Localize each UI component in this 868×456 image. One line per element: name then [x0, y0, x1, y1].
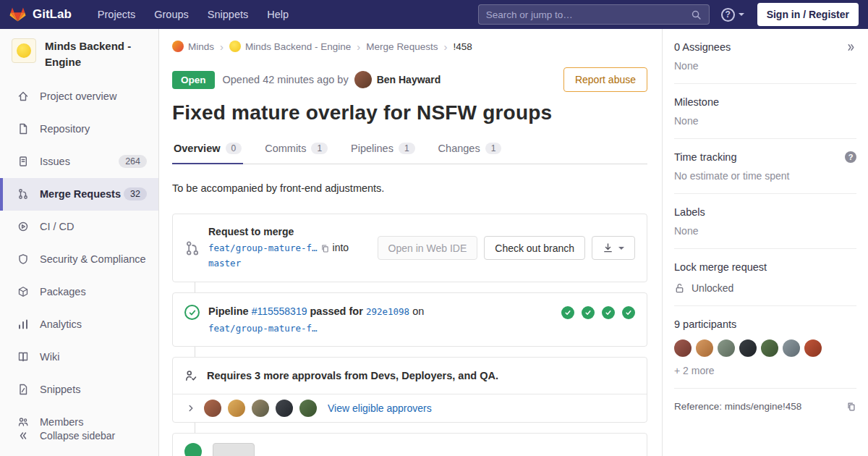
breadcrumb-separator: ›	[220, 41, 224, 53]
download-dropdown-button[interactable]	[592, 236, 635, 260]
approver-avatar[interactable]	[252, 400, 269, 417]
pipeline-stage-icon[interactable]	[561, 306, 574, 319]
help-icon[interactable]: ?	[845, 151, 856, 163]
pipeline-stage-icon[interactable]	[602, 306, 615, 319]
commit-link[interactable]: 292e1098	[366, 306, 409, 317]
chevron-right-icon[interactable]	[184, 402, 197, 415]
issues-icon	[17, 156, 29, 167]
pipeline-stage-icon[interactable]	[582, 306, 595, 319]
approvals-footer: View eligible approvers	[173, 394, 647, 422]
copy-branch-icon[interactable]	[320, 244, 330, 253]
nav-help[interactable]: Help	[260, 4, 296, 25]
target-branch-link[interactable]: master	[208, 258, 241, 269]
participants-section: 9 participants + 2 more	[674, 306, 856, 389]
sidebar-item-project-overview[interactable]: Project overview	[0, 80, 158, 113]
more-participants-link[interactable]: + 2 more	[674, 365, 715, 376]
mr-status-row: Open Opened 42 minutes ago by Ben Haywar…	[172, 67, 647, 92]
approver-avatar[interactable]	[228, 400, 245, 417]
participant-avatar[interactable]	[696, 339, 713, 357]
participant-avatar[interactable]	[783, 339, 800, 357]
sidebar-item-wiki[interactable]: Wiki	[0, 341, 158, 373]
participant-avatar[interactable]	[761, 339, 778, 357]
on-label: on	[412, 305, 424, 317]
checkout-branch-button[interactable]: Check out branch	[484, 236, 585, 260]
view-eligible-approvers-link[interactable]: View eligible approvers	[328, 402, 432, 414]
sidebar-item-label: Analytics	[40, 318, 82, 330]
tab-overview[interactable]: Overview 0	[172, 136, 243, 164]
participant-avatar[interactable]	[718, 339, 735, 357]
sidebar-item-label: Snippets	[40, 384, 80, 395]
report-abuse-button[interactable]: Report abuse	[563, 67, 647, 92]
gitlab-tanuki-icon	[9, 7, 26, 22]
milestone-section: Milestone None	[674, 84, 856, 139]
participant-avatar[interactable]	[674, 339, 692, 357]
sidebar-item-packages[interactable]: Packages	[0, 276, 158, 308]
sidebar-item-issues[interactable]: Issues 264	[0, 145, 158, 178]
assignees-section: 0 Assignees None	[674, 29, 856, 84]
approvals-icon	[184, 369, 197, 382]
breadcrumb-merge-requests[interactable]: Merge Requests	[366, 41, 438, 52]
pipeline-passed-icon	[184, 305, 200, 320]
sidebar-item-analytics[interactable]: Analytics	[0, 308, 158, 341]
book-icon	[17, 351, 29, 363]
source-branch-link[interactable]: feat/group-mature-f…	[208, 242, 318, 253]
milestone-value: None	[674, 115, 856, 127]
project-avatar-small	[229, 41, 241, 52]
page-title: Fixed mature overlay for NSFW groups	[172, 101, 647, 124]
search-input[interactable]	[486, 9, 691, 20]
author-name[interactable]: Ben Hayward	[377, 74, 441, 85]
participants-avatars	[674, 339, 856, 357]
collapse-sidebar-button[interactable]: Collapse sidebar	[0, 420, 158, 452]
breadcrumb-minds[interactable]: Minds	[172, 41, 214, 52]
nav-snippets[interactable]: Snippets	[200, 4, 255, 25]
question-icon: ?	[721, 8, 735, 22]
nav-projects[interactable]: Projects	[90, 4, 142, 25]
nav-groups[interactable]: Groups	[147, 4, 196, 25]
merge-widget-card: Request to merge feat/group-mature-f…int…	[172, 214, 647, 282]
copy-reference-icon[interactable]	[846, 402, 856, 412]
signin-button[interactable]: Sign in / Register	[757, 3, 859, 26]
approver-avatar[interactable]	[276, 400, 293, 417]
gitlab-logo[interactable]: GitLab	[9, 7, 72, 22]
sidebar-item-label: Security & Compliance	[40, 253, 146, 265]
tab-count: 1	[399, 143, 415, 154]
pipeline-status-text: passed for	[310, 305, 363, 317]
participant-avatar[interactable]	[804, 339, 822, 357]
author-avatar[interactable]	[354, 71, 372, 88]
milestone-title: Milestone	[674, 96, 719, 108]
participant-avatar[interactable]	[739, 339, 757, 357]
sidebar-item-snippets[interactable]: Snippets	[0, 373, 158, 406]
sidebar-item-merge-requests[interactable]: Merge Requests 32	[0, 178, 158, 211]
pipeline-stage-icon[interactable]	[622, 306, 635, 319]
global-search	[478, 4, 710, 25]
sidebar-item-security-compliance[interactable]: Security & Compliance	[0, 243, 158, 276]
tab-changes[interactable]: Changes 1	[437, 136, 503, 164]
tab-commits[interactable]: Commits 1	[263, 136, 329, 164]
primary-nav: Projects Groups Snippets Help	[90, 4, 296, 25]
project-name: Minds Backend - Engine	[45, 38, 147, 70]
pipeline-mini-graph	[561, 303, 635, 319]
merge-request-summary: Request to merge feat/group-mature-f…int…	[208, 224, 378, 271]
sidebar-item-label: Issues	[40, 156, 70, 167]
tab-count: 1	[311, 143, 328, 154]
merge-button[interactable]	[213, 443, 255, 456]
widget-connector	[195, 347, 195, 357]
breadcrumb-separator: ›	[443, 41, 447, 53]
open-web-ide-button[interactable]: Open in Web IDE	[378, 236, 478, 260]
status-badge: Open	[172, 71, 215, 89]
time-tracking-title: Time tracking	[674, 151, 736, 163]
request-to-merge-label: Request to merge	[208, 226, 294, 237]
pipeline-branch-link[interactable]: feat/group-mature-f…	[208, 323, 318, 334]
sidebar-item-label: Wiki	[40, 351, 59, 363]
sidebar-item-repository[interactable]: Repository	[0, 113, 158, 145]
pipeline-label: Pipeline	[208, 305, 249, 317]
tab-pipelines[interactable]: Pipelines 1	[349, 136, 417, 164]
pipeline-number-link[interactable]: #115558319	[252, 305, 307, 317]
approver-avatar[interactable]	[204, 400, 221, 417]
approver-avatar[interactable]	[299, 400, 317, 417]
chevron-double-right-icon[interactable]	[846, 42, 856, 53]
sidebar-item-ci-cd[interactable]: CI / CD	[0, 211, 158, 243]
help-menu[interactable]: ?	[721, 8, 744, 22]
project-header[interactable]: Minds Backend - Engine	[0, 29, 158, 77]
breadcrumb-project[interactable]: Minds Backend - Engine	[229, 41, 351, 52]
